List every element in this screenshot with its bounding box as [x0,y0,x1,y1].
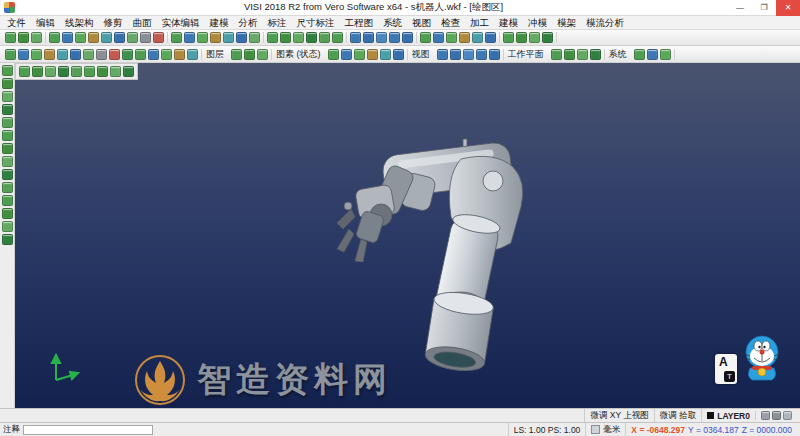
maximize-button[interactable]: ❐ [752,0,776,16]
toolbar-icon[interactable] [88,32,99,43]
toolbar-icon[interactable] [148,49,159,60]
toolbar-icon[interactable] [319,32,330,43]
close-button[interactable]: ✕ [776,0,800,16]
toolbar-icon[interactable] [123,66,134,77]
toolbar-icon[interactable] [58,66,69,77]
toolbar-icon[interactable] [306,32,317,43]
toolbar-icon[interactable] [114,32,125,43]
units-indicator[interactable]: 毫米 [585,423,625,436]
toolbar-icon[interactable] [363,32,374,43]
toolbar-icon[interactable] [101,32,112,43]
menu-item[interactable]: 模流分析 [581,16,629,30]
toolbar-icon[interactable] [402,32,413,43]
menu-item[interactable]: 分析 [234,16,263,30]
toolbar-icon[interactable] [109,49,120,60]
toolbar-icon[interactable] [31,32,42,43]
menu-item[interactable]: 曲面 [128,16,157,30]
menu-item[interactable]: 建模 [205,16,234,30]
toolbar-icon[interactable] [31,49,42,60]
toolbar-icon[interactable] [140,32,151,43]
toolbar-icon[interactable] [472,32,483,43]
toolbar-icon[interactable] [18,49,29,60]
toolbar-icon[interactable] [71,66,82,77]
toolbar-icon[interactable] [184,32,195,43]
toolbar-icon[interactable] [267,32,278,43]
toolbar-icon[interactable] [350,32,361,43]
toolbar-icon[interactable] [49,32,60,43]
nudge-view-indicator[interactable]: 微调 XY 上视图 [584,409,653,422]
toolbar-group-label[interactable]: 工作平面 [504,48,548,61]
toolbar-icon[interactable] [44,49,55,60]
toolbar-icon[interactable] [223,32,234,43]
toolbar-icon[interactable] [161,49,172,60]
toolbar-icon[interactable] [485,32,496,43]
toolbar-icon[interactable] [420,32,431,43]
toolbar-icon[interactable] [135,49,146,60]
toolbar-icon[interactable] [62,32,73,43]
toolbar-icon[interactable] [97,66,108,77]
toolbar-icon[interactable] [122,49,133,60]
toolbar-icon[interactable] [446,32,457,43]
note-input[interactable] [23,425,153,435]
toolbar-icon[interactable] [328,49,339,60]
menu-item[interactable]: 文件 [2,16,31,30]
toolbar-icon[interactable] [2,91,13,102]
toolbar-icon[interactable] [341,49,352,60]
toolbar-group-label[interactable]: 图素 (状态) [272,48,325,61]
toolbar-icon[interactable] [127,32,138,43]
toolbar-icon[interactable] [2,156,13,167]
toolbar-group-label[interactable]: 视图 [408,48,434,61]
menu-item[interactable]: 冲模 [523,16,552,30]
toolbar-icon[interactable] [5,32,16,43]
toolbar-icon[interactable] [564,49,575,60]
toolbar-icon[interactable] [2,208,13,219]
toolbar-icon[interactable] [376,32,387,43]
toolbar-icon[interactable] [32,66,43,77]
toolbar-icon[interactable] [2,65,13,76]
toolbar-icon[interactable] [244,49,255,60]
toolbar-icon[interactable] [503,32,514,43]
nudge-pick-indicator[interactable]: 微调 拾取 [654,409,701,422]
viewport-canvas[interactable]: 智造资料网 A T [15,63,800,408]
toolbar-icon[interactable] [2,78,13,89]
toolbar-icon[interactable] [463,49,474,60]
toolbar-icon[interactable] [110,66,121,77]
toolbar-icon[interactable] [783,411,792,420]
toolbar-icon[interactable] [634,49,645,60]
toolbar-icon[interactable] [280,32,291,43]
toolbar-group-label[interactable]: 系统 [605,48,631,61]
toolbar-icon[interactable] [75,32,86,43]
toolbar-icon[interactable] [236,32,247,43]
toolbar-icon[interactable] [174,49,185,60]
toolbar-icon[interactable] [2,182,13,193]
menu-item[interactable]: 标注 [263,16,292,30]
menu-item[interactable]: 加工 [465,16,494,30]
layer-selector[interactable]: LAYER0 [701,409,755,422]
toolbar-icon[interactable] [70,49,81,60]
toolbar-icon[interactable] [380,49,391,60]
toolbar-group-label[interactable]: 图层 [202,48,228,61]
menu-item[interactable]: 建模 [494,16,523,30]
toolbar-icon[interactable] [18,32,29,43]
toolbar-icon[interactable] [542,32,553,43]
toolbar-icon[interactable] [249,32,260,43]
toolbar-icon[interactable] [2,104,13,115]
toolbar-icon[interactable] [257,49,268,60]
toolbar-icon[interactable] [772,411,781,420]
menu-item[interactable]: 线架构 [60,16,99,30]
toolbar-icon[interactable] [660,49,671,60]
menu-item[interactable]: 实体编辑 [157,16,205,30]
toolbar-icon[interactable] [450,49,461,60]
toolbar-icon[interactable] [153,32,164,43]
menu-item[interactable]: 编辑 [31,16,60,30]
toolbar-icon[interactable] [197,32,208,43]
toolbar-icon[interactable] [354,49,365,60]
toolbar-icon[interactable] [210,32,221,43]
toolbar-icon[interactable] [393,49,404,60]
minimize-button[interactable]: — [728,0,752,16]
toolbar-icon[interactable] [293,32,304,43]
toolbar-icon[interactable] [516,32,527,43]
toolbar-icon[interactable] [231,49,242,60]
toolbar-icon[interactable] [187,49,198,60]
toolbar-icon[interactable] [96,49,107,60]
